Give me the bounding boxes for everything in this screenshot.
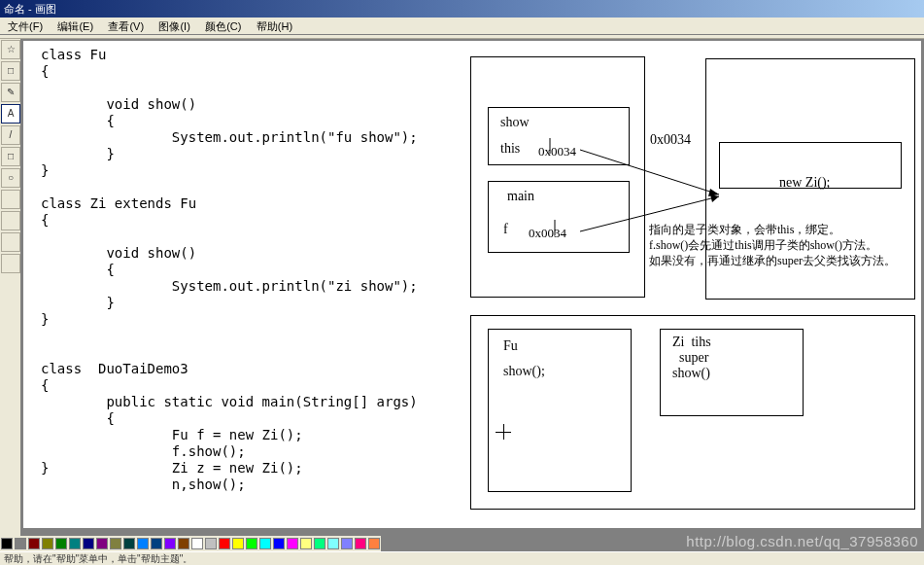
watermark: http://blog.csdn.net/qq_37958360 xyxy=(686,533,918,549)
color-swatch[interactable] xyxy=(246,538,257,549)
color-swatch[interactable] xyxy=(205,538,217,549)
menu-help[interactable]: 帮助(H) xyxy=(251,18,298,36)
tool-other4[interactable] xyxy=(1,254,20,273)
frame-show-title: show xyxy=(500,115,530,130)
menu-image[interactable]: 图像(I) xyxy=(153,18,195,36)
tool-text[interactable]: A xyxy=(1,104,20,124)
menu-bar: 文件(F) 编辑(E) 查看(V) 图像(I) 颜色(C) 帮助(H) xyxy=(0,18,924,35)
status-bar: 帮助，请在"帮助"菜单中，单击"帮助主题"。 xyxy=(0,551,924,565)
color-swatch[interactable] xyxy=(178,538,189,549)
tool-other3[interactable] xyxy=(1,232,20,252)
color-swatch[interactable] xyxy=(164,538,176,549)
menu-view[interactable]: 查看(V) xyxy=(102,18,150,36)
color-swatch[interactable] xyxy=(219,538,230,549)
canvas-scroll[interactable]: class Fu { void show() { System.out.prin… xyxy=(21,39,924,536)
note-line3: 如果没有，再通过继承的super去父类找该方法。 xyxy=(649,253,896,269)
tool-ellipse[interactable]: ○ xyxy=(1,168,20,188)
frame-main-var: f xyxy=(503,222,515,237)
toolbox: ☆ □ ✎ A / □ ○ xyxy=(0,39,21,536)
menu-file[interactable]: 文件(F) xyxy=(2,18,49,36)
color-swatch[interactable] xyxy=(123,538,135,549)
color-swatch[interactable] xyxy=(287,538,298,549)
color-swatch[interactable] xyxy=(327,538,339,549)
tool-other2[interactable] xyxy=(1,211,20,230)
addr-heap: 0x0034 xyxy=(650,132,691,148)
color-swatch[interactable] xyxy=(314,538,325,549)
code-block: class Fu { void show() { System.out.prin… xyxy=(41,47,418,493)
color-swatch[interactable] xyxy=(110,538,121,549)
color-swatch[interactable] xyxy=(28,538,40,549)
tool-select[interactable]: □ xyxy=(1,61,20,81)
color-swatch[interactable] xyxy=(55,538,67,549)
menu-color[interactable]: 颜色(C) xyxy=(199,18,247,36)
color-swatch[interactable] xyxy=(96,538,108,549)
note-line1: 指向的是子类对象，会带this，绑定。 xyxy=(649,222,840,238)
tool-other1[interactable] xyxy=(1,190,20,209)
note-line2: f.show()会先通过this调用子类的show()方法。 xyxy=(649,237,877,254)
color-swatch[interactable] xyxy=(273,538,285,549)
tool-line[interactable]: / xyxy=(1,125,20,145)
color-swatch[interactable] xyxy=(83,538,94,549)
frame-main-title: main xyxy=(507,189,534,204)
class-zi-line1: Zi tihs xyxy=(672,335,711,350)
color-swatch[interactable] xyxy=(137,538,149,549)
color-palette xyxy=(0,536,381,551)
class-zi-line3: show() xyxy=(672,366,710,381)
color-swatch[interactable] xyxy=(368,538,380,549)
color-swatch[interactable] xyxy=(355,538,366,549)
color-swatch[interactable] xyxy=(69,538,81,549)
color-swatch[interactable] xyxy=(1,538,13,549)
menu-edit[interactable]: 编辑(E) xyxy=(51,18,99,36)
color-swatch[interactable] xyxy=(191,538,203,549)
canvas[interactable]: class Fu { void show() { System.out.prin… xyxy=(23,41,921,528)
color-swatch[interactable] xyxy=(300,538,312,549)
color-swatch[interactable] xyxy=(341,538,353,549)
tool-pencil[interactable]: ✎ xyxy=(1,83,20,102)
color-swatch[interactable] xyxy=(42,538,53,549)
color-swatch[interactable] xyxy=(232,538,244,549)
class-fu-name: Fu xyxy=(503,338,518,354)
cursor-cross-icon xyxy=(496,424,511,440)
color-swatch[interactable] xyxy=(151,538,162,549)
work-area: ☆ □ ✎ A / □ ○ class Fu { void show() { S… xyxy=(0,39,924,536)
frame-main-addr: 0x0034 xyxy=(529,226,566,241)
color-swatch[interactable] xyxy=(259,538,271,549)
window-title: 命名 - 画图 xyxy=(0,0,924,18)
heap-newzi: new Zi(); xyxy=(779,175,830,191)
stack-panel xyxy=(470,56,645,298)
color-swatch[interactable] xyxy=(15,538,26,549)
class-zi-line2: super xyxy=(672,350,708,366)
tool-freeform-select[interactable]: ☆ xyxy=(1,40,20,59)
frame-show-addr: 0x0034 xyxy=(538,144,576,159)
tool-rectangle[interactable]: □ xyxy=(1,147,20,166)
frame-show-this: this xyxy=(500,141,524,157)
class-fu-method: show(); xyxy=(503,364,545,379)
